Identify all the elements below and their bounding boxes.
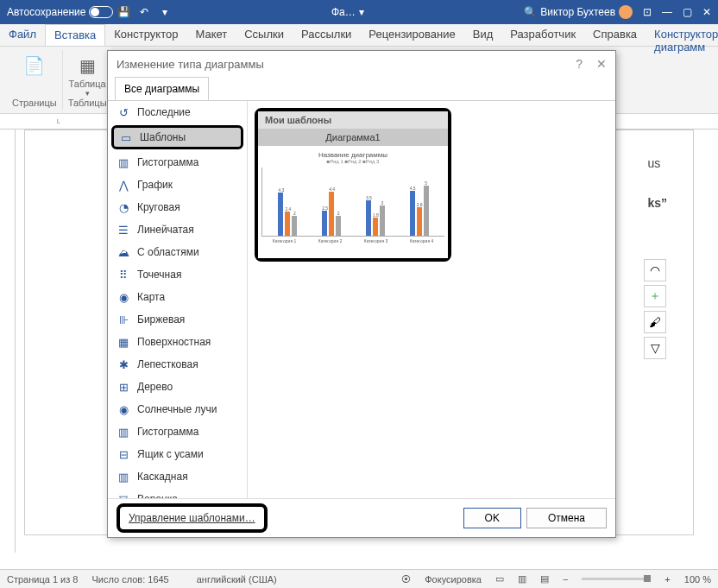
pages-label: Страницы [12,98,57,108]
cat-scatter[interactable]: ⠿Точечная [108,263,247,286]
surface-icon: ▦ [117,335,130,349]
view-web-icon[interactable]: ▤ [540,573,549,585]
treemap-icon: ⊞ [117,380,130,394]
manage-templates-button[interactable]: Управление шаблонами… [117,503,268,533]
cat-stock[interactable]: ⊪Биржевая [108,308,247,331]
cat-treemap[interactable]: ⊞Дерево [108,376,247,398]
area-icon: ⛰ [117,245,130,259]
bar-icon: ☰ [117,223,130,237]
status-page[interactable]: Страница 1 из 8 [7,574,78,585]
chart-legend: ■Ряд 1 ■Ряд 2 ■Ряд 3 [261,159,444,164]
layout-options-icon[interactable]: ◠ [644,259,666,281]
cat-bar[interactable]: ☰Линейчатая [108,218,247,241]
tab-insert[interactable]: Вставка [45,24,105,46]
tables-label: Таблицы [68,98,107,108]
cat-area[interactable]: ⛰С областями [108,241,247,263]
tab-design[interactable]: Конструктор [105,24,186,46]
ribbon-group-pages[interactable]: 📄 Страницы [7,50,63,110]
close-icon[interactable]: ✕ [702,6,711,18]
zoom-in-icon[interactable]: + [664,574,670,585]
stock-icon: ⊪ [117,313,130,326]
cat-column[interactable]: ▥Гистограмма [108,151,247,174]
preview-area: Мои шаблоны Диаграмма1 Название диаграмм… [248,101,615,498]
map-icon: ◉ [117,290,130,304]
chart-styles-icon[interactable]: 🖌 [644,311,666,333]
histogram-icon: ▥ [117,425,130,439]
zoom-out-icon[interactable]: − [563,574,568,585]
ok-button[interactable]: OK [463,508,521,528]
dialog-title: Изменение типа диаграммы [117,58,264,71]
undo-icon[interactable]: ↶ [135,3,153,21]
cancel-button[interactable]: Отмена [526,508,607,528]
column-icon: ▥ [117,155,130,169]
cat-radar[interactable]: ✱Лепестковая [108,353,247,376]
user-name: Виктор Бухтеев [540,6,615,18]
tab-view[interactable]: Вид [464,24,502,46]
search-icon[interactable]: 🔍 [521,3,538,21]
table-icon: ▦ [73,52,101,79]
title-bar: Автосохранение 💾 ↶ ▾ Фа… ▾ 🔍 Виктор Бухт… [0,0,718,24]
dialog-close-icon[interactable]: ✕ [596,57,607,71]
all-charts-tab[interactable]: Все диаграммы [115,77,209,100]
doc-text-2: ks” [647,196,667,210]
file-tab[interactable]: Файл [0,24,45,46]
tab-references[interactable]: Ссылки [236,24,293,46]
autosave-toggle[interactable]: Автосохранение [7,6,113,18]
cat-waterfall[interactable]: ▥Каскадная [108,465,247,488]
cat-templates[interactable]: ▭Шаблоны [111,125,243,149]
cat-line[interactable]: ⋀График [108,174,247,196]
chart-filters-icon[interactable]: ▽ [644,337,666,359]
tab-developer[interactable]: Разработчик [501,24,584,46]
status-lang[interactable]: английский (США) [197,574,277,585]
status-words[interactable]: Число слов: 1645 [91,574,168,585]
cat-map[interactable]: ◉Карта [108,286,247,308]
tab-review[interactable]: Рецензирование [360,24,463,46]
status-bar: Страница 1 из 8 Число слов: 1645 английс… [0,569,718,588]
cat-pie[interactable]: ◔Круговая [108,196,247,218]
view-read-icon[interactable]: ▭ [495,573,504,585]
chart-thumbnail: Название диаграммы ■Ряд 1 ■Ряд 2 ■Ряд 3 … [258,146,448,258]
view-print-icon[interactable]: ▥ [518,573,526,585]
sunburst-icon: ◉ [117,402,130,416]
templates-icon: ▭ [119,130,133,144]
cat-histogram[interactable]: ▥Гистограмма [108,420,247,443]
cat-boxwhisker[interactable]: ⊟Ящик с усами [108,443,247,465]
autosave-label: Автосохранение [7,6,85,18]
cat-recent[interactable]: ↺Последние [108,101,247,123]
table-label: Таблица [69,79,106,89]
ribbon-group-table[interactable]: ▦ Таблица ▾ Таблицы [63,50,113,110]
tab-chart-design[interactable]: Конструктор диаграмм [646,24,718,46]
chart-side-tools: ◠ ＋ 🖌 ▽ [644,259,666,359]
doc-dropdown-icon[interactable]: ▾ [359,6,364,18]
waterfall-icon: ▥ [117,470,130,484]
focus-mode-icon[interactable]: ⦿ [401,574,411,585]
funnel-icon: ▽ [117,492,130,498]
save-icon[interactable]: 💾 [115,3,132,21]
ribbon-tabs: Файл Вставка Конструктор Макет Ссылки Ра… [0,24,718,47]
help-icon[interactable]: ? [576,57,583,71]
cat-surface[interactable]: ▦Поверхностная [108,331,247,353]
minimize-icon[interactable]: — [662,6,672,18]
template-preview[interactable]: Мои шаблоны Диаграмма1 Название диаграмм… [255,108,451,262]
cat-funnel[interactable]: ▽Воронка [108,488,247,498]
doc-text-1: us [647,156,667,170]
radar-icon: ✱ [117,357,130,371]
chart-elements-icon[interactable]: ＋ [644,285,666,307]
tab-help[interactable]: Справка [584,24,646,46]
avatar [619,5,633,19]
change-chart-type-dialog: Изменение типа диаграммы ? ✕ Все диаграм… [107,50,616,538]
ribbon-options-icon[interactable]: ⊡ [643,6,652,18]
toggle-switch[interactable] [89,6,113,18]
tab-layout[interactable]: Макет [186,24,236,46]
status-focus[interactable]: Фокусировка [425,574,482,585]
cat-sunburst[interactable]: ◉Солнечные лучи [108,398,247,420]
maximize-icon[interactable]: ▢ [683,6,692,18]
chart-category-list: ↺Последние ▭Шаблоны ▥Гистограмма ⋀График… [108,101,248,498]
tab-mailings[interactable]: Рассылки [293,24,360,46]
document-name: Фа… [331,6,356,18]
user-account[interactable]: Виктор Бухтеев [540,5,633,19]
zoom-slider[interactable] [582,578,651,580]
boxwhisker-icon: ⊟ [117,447,130,461]
dropdown-icon[interactable]: ▾ [156,3,173,21]
zoom-value[interactable]: 100 % [684,574,711,585]
